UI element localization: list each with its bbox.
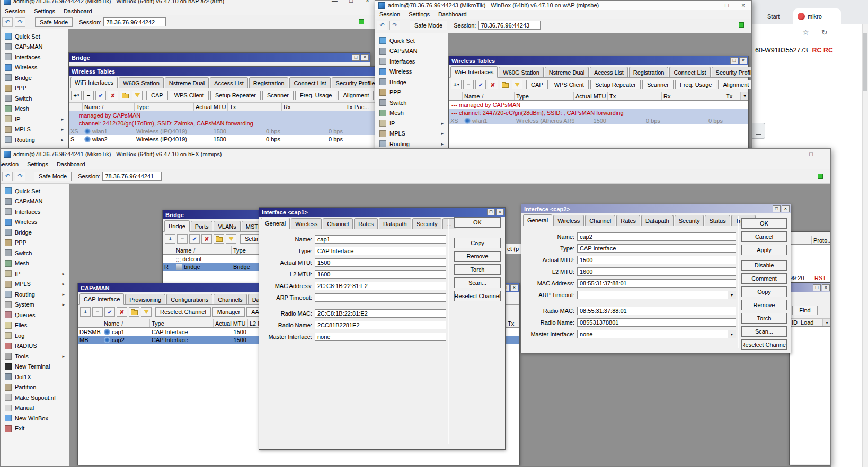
sidebar-item[interactable]: Wireless <box>1 62 68 73</box>
column-header[interactable] <box>69 103 83 111</box>
sidebar-item[interactable]: Interfaces <box>1 52 68 62</box>
sidebar-item[interactable]: CAPsMAN <box>1 196 69 207</box>
sidebar-item[interactable]: Queues <box>1 310 69 320</box>
menu-item[interactable]: Dashboard <box>438 11 467 17</box>
field-input[interactable]: none <box>577 330 728 338</box>
sidebar-item[interactable]: PPP <box>375 87 448 98</box>
tab[interactable]: Wireless <box>553 215 584 226</box>
maximize-button[interactable]: □ <box>352 54 360 61</box>
sidebar-item[interactable]: MPLS ▸ <box>1 279 69 290</box>
dialog-button[interactable]: Apply <box>741 245 787 255</box>
hidden-button-fragment[interactable]: et (p <box>506 244 521 254</box>
field-input[interactable] <box>577 291 728 299</box>
column-header[interactable] <box>78 319 102 327</box>
tab[interactable]: Channel <box>323 218 353 229</box>
toolbar-button[interactable]: Scanner <box>642 80 674 89</box>
tab[interactable]: Configurations <box>166 294 212 304</box>
menu-item[interactable]: Settings <box>27 161 48 167</box>
column-select-arrow[interactable]: ▾ <box>741 92 748 100</box>
maximize-button[interactable]: □ <box>343 0 359 7</box>
field-input[interactable]: none <box>315 333 446 341</box>
add-button[interactable]: +▾ <box>71 91 82 100</box>
field-input[interactable]: cap1 <box>315 235 446 244</box>
wireless-tables-titlebar[interactable]: Wireless Tables □× <box>69 67 376 76</box>
table-row[interactable]: XS wlan1 Wireless (Atheros AR9... 1500 0… <box>449 116 748 124</box>
column-select-arrow[interactable]: ▾ <box>823 319 830 326</box>
table-row[interactable]: XS wlan1 Wireless (IPQ4019) 1500 0 bps 0… <box>69 127 376 135</box>
column-header[interactable]: Type <box>135 103 194 111</box>
tab[interactable]: General <box>523 214 552 226</box>
maximize-button[interactable]: □ <box>773 205 781 212</box>
undo-button[interactable]: ↶ <box>2 17 13 27</box>
tab[interactable]: Datapath <box>641 215 674 226</box>
column-header[interactable]: Proto... <box>812 236 830 244</box>
field-input[interactable]: 08:55:31:37:88:01 <box>577 307 736 315</box>
toolbar-button[interactable]: Freq. Usage <box>675 80 717 89</box>
table-row[interactable]: --- managed by CAPsMAN <box>449 101 748 109</box>
column-header[interactable]: Rx <box>662 92 724 100</box>
tab[interactable]: Channel <box>585 215 615 226</box>
redo-button[interactable]: ↷ <box>389 21 400 30</box>
menu-item[interactable]: Session <box>0 161 19 167</box>
tab[interactable]: Rates <box>354 218 378 229</box>
minimize-button[interactable]: — <box>774 149 799 159</box>
column-header[interactable]: Type <box>515 92 574 100</box>
safe-mode-button[interactable]: Safe Mode <box>34 172 72 181</box>
dialog-button[interactable]: Remove <box>741 300 787 310</box>
tab[interactable]: Connect List <box>669 67 710 77</box>
menu-item[interactable]: Session <box>5 8 25 14</box>
tab[interactable]: Rates <box>616 215 640 226</box>
browser-tab-previous[interactable]: Start <box>767 13 780 20</box>
tab[interactable]: Bridge <box>164 220 190 232</box>
toolbar-button[interactable]: WPS Client <box>170 91 209 100</box>
enable-button[interactable]: ✔ <box>104 307 115 317</box>
tab[interactable]: Ports <box>191 221 213 231</box>
dialog-button[interactable]: Cancel <box>741 231 787 242</box>
dialog-button[interactable]: OK <box>741 218 787 229</box>
maximize-button[interactable]: □ <box>719 1 735 10</box>
column-header[interactable]: Name / <box>174 246 232 254</box>
tab[interactable]: General <box>261 218 290 229</box>
add-button[interactable]: + <box>80 307 91 317</box>
tab[interactable]: WiFi Interfaces <box>70 77 118 88</box>
field-input[interactable]: 08:55:31:37:88:01 <box>577 279 736 288</box>
sidebar-item[interactable]: New WinBox <box>1 413 69 424</box>
sidebar-item[interactable]: Bridge <box>1 73 68 83</box>
sidebar-item[interactable]: Routing ▸ <box>1 134 68 145</box>
comment-button[interactable] <box>214 234 224 244</box>
column-header[interactable]: Tx <box>608 92 662 100</box>
sidebar-item[interactable]: Mesh <box>1 104 68 114</box>
tab[interactable]: Connect List <box>289 77 330 88</box>
tab[interactable]: Security Profiles <box>332 77 376 88</box>
sidebar-item[interactable]: Routing ▸ <box>1 289 69 300</box>
sidebar-item[interactable]: Switch <box>1 248 69 258</box>
table-row[interactable]: --- channel: 2447/20-eC/gn(28dBm), SSID:… <box>449 109 748 116</box>
add-button[interactable]: +▾ <box>451 80 462 89</box>
find-button[interactable]: Find <box>792 306 818 315</box>
tab[interactable]: Security Profiles <box>712 67 751 77</box>
column-header[interactable]: Actual MTU <box>214 319 248 327</box>
tab[interactable]: VLANs <box>214 221 240 231</box>
dropdown-arrow[interactable]: ▾ <box>728 291 736 299</box>
sidebar-item[interactable]: Dot1X <box>1 372 69 382</box>
sidebar-item[interactable]: Mesh <box>1 258 69 269</box>
close-button[interactable]: × <box>782 205 790 212</box>
close-button[interactable]: × <box>823 149 831 159</box>
sidebar-item[interactable]: PPP <box>1 83 68 94</box>
remove-button[interactable]: − <box>463 80 474 89</box>
field-input[interactable]: 1500 <box>315 258 446 267</box>
table-row[interactable]: --- managed by CAPsMAN <box>69 111 376 119</box>
field-input[interactable]: 2CC81B2281E2 <box>315 321 446 329</box>
tab[interactable]: Security <box>675 215 704 226</box>
tab[interactable]: CAP Interface <box>79 293 124 305</box>
sidebar-item[interactable]: Log <box>1 330 69 341</box>
titlebar[interactable]: admin@78.36.76.96:44242 (MikroTik) - Win… <box>1 0 376 7</box>
sidebar-item[interactable]: Wireless <box>375 67 448 77</box>
dialog-button[interactable]: Scan... <box>454 277 501 288</box>
sidebar-item[interactable]: Bridge <box>1 227 69 238</box>
toolbar-button[interactable]: Scanner <box>262 91 294 100</box>
table-row[interactable]: --- channel: 2412/20/gn(17dBm), SSID: Za… <box>69 119 376 127</box>
tab[interactable]: Registration <box>249 77 289 88</box>
menu-item[interactable]: Dashboard <box>57 161 85 167</box>
dialog-button[interactable]: Reselect Channel <box>454 291 501 301</box>
